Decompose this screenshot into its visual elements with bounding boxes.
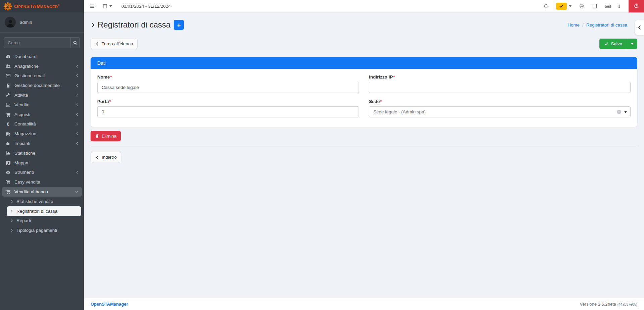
sidebar-item-strumenti[interactable]: Strumenti xyxy=(0,168,84,177)
save-options-caret[interactable] xyxy=(627,39,637,49)
breadcrumb: Home / Registratori di cassa xyxy=(568,22,637,28)
indirizzo-ip-input[interactable] xyxy=(369,82,631,93)
back-button[interactable]: Indietro xyxy=(91,152,121,162)
add-record-button[interactable]: + xyxy=(174,20,184,30)
porta-input[interactable] xyxy=(97,106,359,117)
field-indirizzo-ip: Indirizzo IP* xyxy=(369,74,631,93)
main-area: Registratori di cassa + Home / Registrat… xyxy=(84,12,644,310)
sidebar-item-anagrafiche[interactable]: Anagrafiche xyxy=(0,61,84,71)
sede-label: Sede* xyxy=(369,99,631,104)
sidebar-search xyxy=(4,37,80,48)
chart-line-icon xyxy=(5,102,11,107)
clear-selection-icon[interactable]: × xyxy=(617,110,621,114)
save-button[interactable]: Salva xyxy=(599,39,627,49)
breadcrumb-separator: / xyxy=(582,22,584,28)
breadcrumb-home-link[interactable]: Home xyxy=(568,22,580,28)
back-to-list-button[interactable]: Torna all'elenco xyxy=(91,39,138,49)
chevron-left-icon xyxy=(95,155,99,159)
sidebar-item-impianti[interactable]: Impianti xyxy=(0,139,84,148)
chevron-down-icon xyxy=(75,190,78,194)
chevron-left-icon xyxy=(95,42,99,46)
submenu-item-registratori-di-cassa[interactable]: Registratori di cassa xyxy=(7,206,81,216)
sidebar-item-mappa[interactable]: Mappa xyxy=(0,158,84,168)
submenu-item-reparti[interactable]: Reparti xyxy=(0,216,84,226)
select-caret-icon xyxy=(624,111,627,113)
puzzle-piece-icon xyxy=(5,141,11,146)
hamburger-menu-icon[interactable] xyxy=(89,3,95,9)
chevron-left-icon xyxy=(75,122,79,126)
print-icon[interactable] xyxy=(579,3,585,9)
sidebar-item-contabilita[interactable]: € Contabilità xyxy=(0,119,84,129)
chevron-left-icon xyxy=(75,93,79,97)
sidebar: admin Dashboard Anagrafiche Gestione ema… xyxy=(0,12,84,310)
footer-brand-link[interactable]: OpenSTAManager xyxy=(91,302,128,307)
map-icon xyxy=(5,160,11,165)
chevron-right-icon xyxy=(10,200,13,203)
chevron-left-icon xyxy=(75,142,79,145)
user-panel[interactable]: admin xyxy=(0,12,84,33)
brand-logo[interactable]: OSM OpenSTAManager® xyxy=(0,0,84,12)
porta-label: Porta* xyxy=(97,99,359,104)
sidebar-item-vendite[interactable]: Vendite xyxy=(0,100,84,110)
calendar-icon[interactable] xyxy=(102,3,112,9)
sidebar-item-dashboard[interactable]: Dashboard xyxy=(0,52,84,61)
field-nome: Nome* xyxy=(97,74,359,93)
search-icon[interactable] xyxy=(70,38,79,48)
footer: OpenSTAManager Versione 2.5.2beta (44ab3… xyxy=(84,298,644,310)
chevron-right-icon xyxy=(10,209,13,213)
panel-toggle-button[interactable] xyxy=(635,20,644,35)
sidebar-item-gestione-documentale[interactable]: Gestione documentale xyxy=(0,81,84,90)
page-title: Registratori di cassa xyxy=(91,20,170,30)
info-icon[interactable]: i xyxy=(619,3,620,9)
registered-mark: ® xyxy=(58,4,60,6)
todo-check-button[interactable] xyxy=(556,3,567,10)
user-name: admin xyxy=(20,20,32,25)
osm-gear-logo-icon: OSM xyxy=(3,2,12,11)
delete-button[interactable]: Elimina xyxy=(91,131,121,141)
shopping-cart-icon xyxy=(5,189,11,194)
submenu-item-tipologia-pagamenti[interactable]: Tipologia pagamenti xyxy=(0,225,84,235)
check-icon xyxy=(604,42,608,46)
chevron-right-icon xyxy=(10,219,13,222)
sidebar-item-magazzino[interactable]: Magazzino xyxy=(0,129,84,139)
chevron-left-icon xyxy=(75,170,79,174)
field-sede: Sede* Sede legale - (Admin spa) × xyxy=(369,99,631,117)
envelope-icon xyxy=(5,73,11,78)
todo-caret-icon[interactable] xyxy=(569,5,572,7)
trash-icon xyxy=(95,134,99,138)
dati-card: Dati Nome* Indirizzo IP* Porta* Sede* xyxy=(91,57,637,127)
sidebar-submenu: Statistiche vendite Registratori di cass… xyxy=(0,197,84,235)
title-chevron-right-icon xyxy=(91,22,96,28)
svg-text:OSM: OSM xyxy=(5,5,10,7)
shopping-cart-icon xyxy=(5,179,11,185)
docs-book-icon[interactable] xyxy=(592,3,597,9)
content: Registratori di cassa + Home / Registrat… xyxy=(84,12,644,298)
chevron-left-icon xyxy=(75,74,79,78)
keyboard-icon[interactable] xyxy=(605,3,611,9)
breadcrumb-current-link[interactable]: Registratori di cassa xyxy=(586,22,627,28)
save-split-button: Salva xyxy=(599,39,637,49)
top-navbar: 01/01/2024 - 31/12/2024 xyxy=(84,0,644,12)
brand-name: OpenSTAManager® xyxy=(14,3,60,9)
shopping-cart-icon xyxy=(5,112,11,117)
sidebar-item-attivita[interactable]: Attività xyxy=(0,90,84,100)
chevron-left-icon xyxy=(75,64,79,68)
sidebar-item-vendita-al-banco[interactable]: Vendita al banco xyxy=(2,187,82,197)
users-icon xyxy=(5,63,11,69)
submenu-item-statistiche-vendite[interactable]: Statistiche vendite xyxy=(0,197,84,206)
notifications-bell-icon[interactable] xyxy=(543,3,549,9)
sidebar-item-statistiche[interactable]: Statistiche xyxy=(0,148,84,158)
sidebar-item-acquisti[interactable]: Acquisti xyxy=(0,110,84,119)
chevron-left-icon xyxy=(75,113,79,116)
gear-icon xyxy=(5,170,11,175)
sidebar-menu: Dashboard Anagrafiche Gestione email Ges… xyxy=(0,52,84,197)
date-range[interactable]: 01/01/2024 - 31/12/2024 xyxy=(121,4,171,9)
logout-power-button[interactable] xyxy=(629,0,644,12)
divider xyxy=(91,147,637,147)
nome-input[interactable] xyxy=(97,82,359,93)
sede-select[interactable]: Sede legale - (Admin spa) × xyxy=(369,106,631,117)
document-icon xyxy=(5,83,11,88)
search-input[interactable] xyxy=(4,38,70,48)
sidebar-item-gestione-email[interactable]: Gestione email xyxy=(0,71,84,81)
sidebar-item-easy-vendita[interactable]: Easy vendita xyxy=(0,177,84,187)
